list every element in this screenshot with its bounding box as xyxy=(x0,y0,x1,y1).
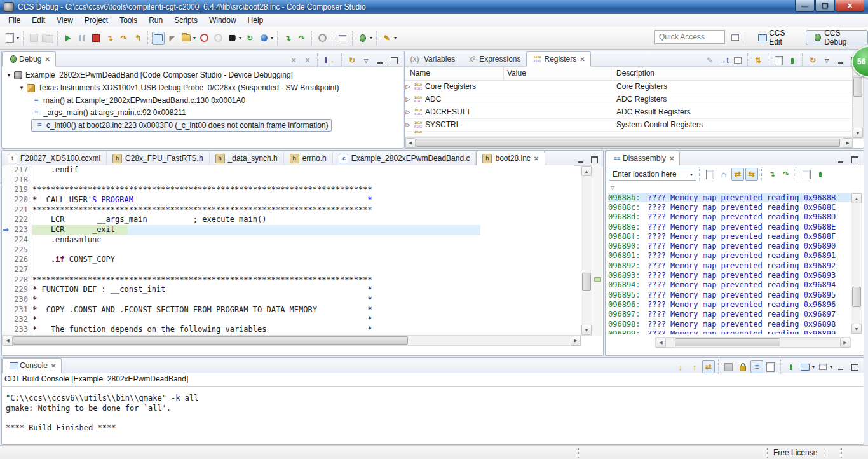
column-name[interactable]: Name xyxy=(410,69,430,78)
twisty-open-icon[interactable]: ▾ xyxy=(18,85,25,91)
twisty-closed-icon[interactable]: ▷ xyxy=(405,83,411,90)
maximize-icon[interactable] xyxy=(588,153,600,166)
debug-bug-button[interactable] xyxy=(356,32,369,45)
scroll-down-icon[interactable]: ▼ xyxy=(581,325,592,335)
flash-pencil-button[interactable]: ✎ xyxy=(381,32,393,45)
table-row[interactable]: ▷10100101SYSCTRLSystem Control Registers xyxy=(405,118,853,132)
breadcrumb-expander-icon[interactable]: ▽ xyxy=(611,185,614,191)
ccs-debug-perspective-button[interactable]: CCS Debug xyxy=(806,30,868,45)
disassembly-line[interactable]: 096897:???? Memory map prevented reading… xyxy=(608,310,851,319)
twisty-closed-icon[interactable]: ▷ xyxy=(405,121,411,128)
menu-project[interactable]: Project xyxy=(79,15,114,26)
display-console-dropdown[interactable]: ▾ xyxy=(812,364,815,370)
code-line[interactable]: 233* The function depends on the followi… xyxy=(3,325,574,335)
code-line[interactable]: 228*************************************… xyxy=(3,275,574,285)
new-view-icon[interactable] xyxy=(800,168,813,181)
menu-view[interactable]: View xyxy=(51,15,79,26)
window-minimize-button[interactable]: — xyxy=(795,0,815,12)
save-button[interactable] xyxy=(27,32,40,45)
scroll-left-icon[interactable]: ◀ xyxy=(405,138,416,148)
disassembly-hscrollbar[interactable]: ◀ ▶ xyxy=(655,337,851,348)
refresh-icon[interactable]: ↻ xyxy=(806,54,819,67)
disassembly-vscrollbar[interactable]: ▲ ▼ xyxy=(851,193,862,334)
disassembly-line[interactable]: 096895:???? Memory map prevented reading… xyxy=(608,290,851,299)
console-output[interactable]: "C:\\ccs\\ccsv6\\utils\\bin\\gmake" -k a… xyxy=(6,394,198,433)
pin-view-icon[interactable] xyxy=(814,168,827,181)
code-line[interactable]: 231* COPY .CONST AND .ECONST SECTION FRO… xyxy=(3,305,574,315)
view-menu-icon[interactable]: ▽ xyxy=(360,54,372,67)
scroll-left-icon[interactable]: ◀ xyxy=(656,338,666,348)
resume-button[interactable] xyxy=(62,32,74,45)
maximize-icon[interactable] xyxy=(848,360,861,373)
table-row[interactable]: ▷10100101ADCRESULTADC Result Registers xyxy=(405,106,853,119)
code-line[interactable]: 220* CALL USER'S PROGRAM * xyxy=(3,195,574,205)
scroll-right-icon[interactable]: ▶ xyxy=(843,138,853,148)
tab-expressions[interactable]: x²Expressions xyxy=(460,52,526,66)
layout-icon[interactable]: ⇅ xyxy=(752,54,764,67)
follow-output-icon[interactable]: ⇄ xyxy=(702,360,715,373)
editor-tab-errno-h[interactable]: herrno.h xyxy=(284,151,333,165)
column-description[interactable]: Description xyxy=(616,69,654,78)
menu-scripts[interactable]: Scripts xyxy=(168,15,203,26)
code-line[interactable]: 232* * xyxy=(3,315,574,325)
close-icon[interactable]: ✕ xyxy=(580,56,585,63)
open-console-icon[interactable] xyxy=(817,360,829,373)
pointer-mode-button[interactable]: ◤ xyxy=(166,32,179,45)
minimize-icon[interactable] xyxy=(374,54,386,67)
suspend-button[interactable] xyxy=(76,32,88,45)
disassembly-line[interactable]: 096894:???? Memory map prevented reading… xyxy=(608,280,851,290)
open-console-dropdown[interactable]: ▾ xyxy=(830,364,832,370)
ccs-edit-perspective-button[interactable]: CCS Edit xyxy=(750,30,804,45)
scroll-up-icon[interactable]: ▲ xyxy=(851,193,862,203)
debug-tree-row[interactable]: ▾Texas Instruments XDS100v1 USB Debug Pr… xyxy=(18,82,339,93)
follow-pc-icon[interactable]: ⇆ xyxy=(745,168,758,181)
scroll-right-icon[interactable]: ▶ xyxy=(571,336,581,346)
disassembly-line[interactable]: 096891:???? Memory map prevented reading… xyxy=(608,251,851,261)
scroll-down-icon[interactable]: ▼ xyxy=(853,128,863,138)
code-line[interactable]: 221*************************************… xyxy=(3,205,574,216)
next-console-icon[interactable]: ↓ xyxy=(674,360,687,373)
scroll-left-icon[interactable]: ◀ xyxy=(3,336,13,346)
flash-pencil-dropdown[interactable]: ▾ xyxy=(394,35,397,41)
flash-device-dropdown[interactable]: ▾ xyxy=(239,35,241,41)
save-all-button[interactable] xyxy=(41,32,54,45)
pin-console-icon[interactable] xyxy=(785,360,797,373)
menu-tools[interactable]: Tools xyxy=(114,15,143,26)
code-line[interactable]: 224 .endasmfunc xyxy=(3,235,574,245)
editor-hscrollbar[interactable]: ◀ ▶ xyxy=(2,335,581,346)
scroll-right-icon[interactable]: ▶ xyxy=(840,338,850,348)
column-value[interactable]: Value xyxy=(507,69,526,78)
disconnect-icon[interactable]: ✕ xyxy=(301,54,314,67)
save-console-icon[interactable] xyxy=(722,360,735,373)
home-icon[interactable]: ⌂ xyxy=(717,168,730,181)
twisty-closed-icon[interactable]: ▷ xyxy=(405,109,411,115)
editor-vscrollbar[interactable]: ▲ ▼ xyxy=(581,165,592,336)
overview-ruler[interactable] xyxy=(592,165,602,336)
menu-edit[interactable]: Edit xyxy=(26,15,51,26)
tab-registers[interactable]: 10100101Registers✕ xyxy=(526,51,591,67)
restore-step-into-button[interactable]: ↴ xyxy=(281,32,294,45)
scroll-lock-icon[interactable] xyxy=(736,360,749,373)
editor-tab--data-synch-h[interactable]: h_data_synch.h xyxy=(210,151,284,165)
tab-variables[interactable]: (x)=Variables xyxy=(405,52,460,66)
code-line[interactable]: 217 .endif xyxy=(3,165,574,175)
step-over-button[interactable]: ↷ xyxy=(118,32,130,45)
close-icon[interactable]: ✕ xyxy=(534,155,539,162)
new-view-icon[interactable] xyxy=(772,54,785,67)
minimize-icon[interactable] xyxy=(574,153,587,166)
registers-vscrollbar[interactable]: ▲ ▼ xyxy=(852,67,864,139)
disassembly-line[interactable]: 09688b:???? Memory map prevented reading… xyxy=(608,193,851,202)
collapse-all-icon[interactable] xyxy=(731,54,744,67)
minimize-icon[interactable] xyxy=(834,54,847,67)
twisty-open-icon[interactable]: ▾ xyxy=(6,72,12,78)
open-perspective-icon[interactable] xyxy=(729,31,741,44)
restart-button[interactable] xyxy=(257,32,270,45)
scroll-up-icon[interactable]: ▲ xyxy=(581,166,592,176)
step-into-icon[interactable]: ↴ xyxy=(766,168,778,181)
editor-tab-example-2802xepwmdeadband-c[interactable]: .cExample_2802xEPwmDeadBand.c xyxy=(333,151,477,165)
close-icon[interactable]: ✕ xyxy=(44,56,50,63)
code-line[interactable]: ⇨223 LCR _exit xyxy=(3,225,574,235)
load-program-button[interactable] xyxy=(180,32,193,45)
disassembly-line[interactable]: 096892:???? Memory map prevented reading… xyxy=(608,261,851,270)
restore-step-over-button[interactable]: ↷ xyxy=(295,32,308,45)
